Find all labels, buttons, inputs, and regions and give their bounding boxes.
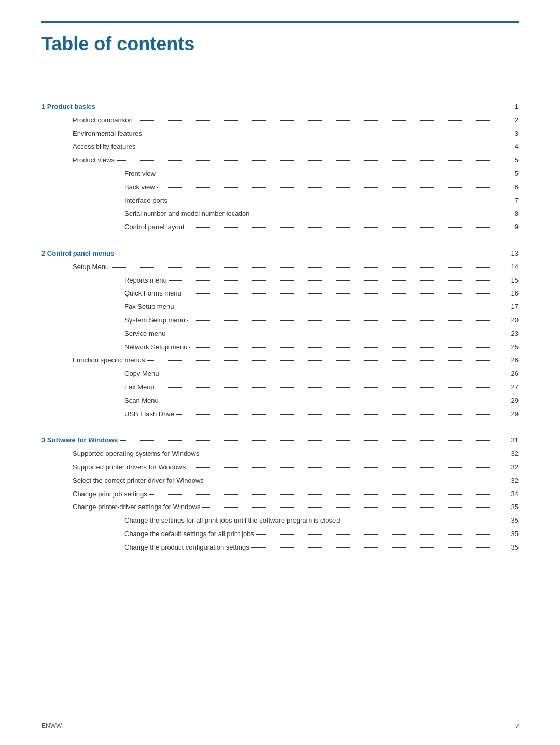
toc-label-entry-3-5-3: Change the product configuration setting… [124, 542, 249, 553]
toc-label-entry-2-1-6: Network Setup menu [124, 342, 187, 353]
toc-page-entry-1-3: 4 [506, 142, 519, 152]
toc-label-entry-1-4-5: Control panel layout [124, 222, 185, 233]
toc-page-entry-2-1-5: 23 [506, 329, 519, 340]
toc-entry-entry-2-1[interactable]: Setup Menu14 [41, 262, 519, 273]
toc-entry-entry-3-4[interactable]: Change print job settings34 [41, 489, 519, 500]
toc-entry-entry-1-4-4[interactable]: Serial number and model number location8 [41, 208, 519, 219]
toc-entry-section-2[interactable]: 2 Control panel menus13 [41, 248, 519, 259]
toc-label-entry-1-4-2: Back view [124, 182, 155, 193]
toc-section-1: 1 Product basics1Product comparison2Envi… [41, 102, 519, 233]
toc-entry-entry-3-3[interactable]: Select the correct printer driver for Wi… [41, 475, 519, 486]
toc-label-entry-3-5-1: Change the settings for all print jobs u… [124, 515, 340, 526]
toc-section-3: 3 Software for Windows31Supported operat… [41, 435, 519, 553]
toc-dots-section-1 [97, 107, 503, 107]
toc-label-entry-2-1-4: System Setup menu [124, 315, 185, 326]
toc-entry-entry-2-2-1[interactable]: Copy Menu26 [41, 369, 519, 379]
toc-entry-entry-2-1-6[interactable]: Network Setup menu25 [41, 342, 519, 353]
toc-entry-entry-2-1-5[interactable]: Service menu23 [41, 329, 519, 340]
toc-page-entry-1-1: 2 [506, 115, 519, 126]
toc-entry-entry-1-4-3[interactable]: Interface ports7 [41, 195, 519, 206]
toc-label-entry-1-3: Accessibility features [73, 142, 135, 152]
toc-entry-entry-1-1[interactable]: Product comparison2 [41, 115, 519, 126]
toc-entry-entry-2-1-3[interactable]: Fax Setup menu17 [41, 302, 519, 313]
toc-dots-entry-3-5-3 [251, 547, 503, 548]
toc-label-entry-2-1-5: Service menu [124, 329, 165, 340]
toc-dots-entry-1-3 [137, 147, 503, 147]
toc-page-entry-3-5-1: 35 [506, 515, 519, 526]
toc-dots-entry-2-1-4 [187, 320, 503, 321]
toc-label-entry-3-3: Select the correct printer driver for Wi… [73, 475, 204, 486]
toc-page-entry-2-1-3: 17 [506, 302, 519, 313]
toc-label-entry-2-2-1: Copy Menu [124, 369, 159, 379]
toc-page-entry-3-4: 34 [506, 489, 519, 500]
toc-page-section-2: 13 [506, 248, 519, 259]
toc-label-entry-1-4-3: Interface ports [124, 195, 167, 206]
toc-page-entry-2-1-1: 15 [506, 275, 519, 286]
toc-label-entry-2-1: Setup Menu [73, 262, 109, 273]
toc-entry-entry-2-1-4[interactable]: System Setup menu20 [41, 315, 519, 326]
toc-entry-entry-2-2-4[interactable]: USB Flash Drive29 [41, 409, 519, 420]
toc-dots-entry-3-5-1 [342, 521, 504, 521]
toc-dots-entry-2-1-2 [184, 293, 503, 294]
toc-section-2: 2 Control panel menus13Setup Menu14Repor… [41, 248, 519, 419]
toc-label-entry-3-1: Supported operating systems for Windows [73, 448, 199, 459]
toc-dots-entry-3-5 [202, 507, 503, 508]
toc-label-section-3: 3 Software for Windows [41, 435, 118, 446]
toc-entry-section-3[interactable]: 3 Software for Windows31 [41, 435, 519, 446]
toc-entry-entry-1-4-2[interactable]: Back view6 [41, 182, 519, 193]
footer-right: v [515, 722, 519, 729]
toc-entry-entry-2-2[interactable]: Function specific menus26 [41, 355, 519, 366]
toc-entry-entry-1-4-1[interactable]: Front view5 [41, 168, 519, 179]
toc-entry-entry-1-2[interactable]: Environmental features3 [41, 129, 519, 139]
toc-page-entry-1-4: 5 [506, 155, 519, 166]
toc-label-entry-2-2-4: USB Flash Drive [124, 409, 174, 420]
toc-page-entry-2-2-3: 29 [506, 396, 519, 406]
toc-entry-entry-2-2-3[interactable]: Scan Menu29 [41, 396, 519, 406]
toc-entry-entry-2-2-2[interactable]: Fax Menu27 [41, 382, 519, 393]
toc-entry-section-1[interactable]: 1 Product basics1 [41, 102, 519, 113]
toc-label-entry-2-1-3: Fax Setup menu [124, 302, 174, 313]
toc-entry-entry-2-1-2[interactable]: Quick Forms menu16 [41, 288, 519, 299]
toc-entry-entry-1-4-5[interactable]: Control panel layout9 [41, 222, 519, 233]
toc-label-entry-1-2: Environmental features [73, 129, 142, 139]
toc-page-entry-3-3: 32 [506, 475, 519, 486]
toc-dots-entry-1-4-3 [170, 201, 503, 201]
toc-entry-entry-3-5[interactable]: Change printer-driver settings for Windo… [41, 502, 519, 513]
toc-label-entry-2-2: Function specific menus [73, 355, 145, 366]
toc-label-entry-2-2-2: Fax Menu [124, 382, 155, 393]
toc-page-entry-2-2-1: 26 [506, 369, 519, 379]
toc-page-section-3: 31 [506, 435, 519, 446]
toc-entry-entry-3-5-1[interactable]: Change the settings for all print jobs u… [41, 515, 519, 526]
toc-label-entry-2-1-2: Quick Forms menu [124, 288, 181, 299]
toc-page-entry-2-1-6: 25 [506, 342, 519, 353]
toc-entry-entry-3-5-2[interactable]: Change the default settings for all prin… [41, 529, 519, 540]
toc-entry-entry-3-2[interactable]: Supported printer drivers for Windows32 [41, 462, 519, 473]
toc-label-entry-1-1: Product comparison [73, 115, 133, 126]
toc-page-entry-2-1: 14 [506, 262, 519, 273]
toc-entry-entry-3-1[interactable]: Supported operating systems for Windows3… [41, 448, 519, 459]
toc-page-entry-3-2: 32 [506, 462, 519, 473]
toc-dots-entry-1-4-4 [251, 214, 503, 214]
toc-label-section-1: 1 Product basics [41, 102, 95, 113]
toc-label-entry-3-5: Change printer-driver settings for Windo… [73, 502, 200, 513]
toc-entry-entry-3-5-3[interactable]: Change the product configuration setting… [41, 542, 519, 553]
toc-dots-entry-3-2 [188, 467, 503, 468]
toc-dots-section-2 [116, 254, 503, 254]
toc-dots-entry-2-1-3 [176, 307, 503, 307]
toc-page-entry-2-2: 26 [506, 355, 519, 366]
toc-page-entry-2-1-4: 20 [506, 315, 519, 326]
toc-dots-entry-2-1 [111, 267, 503, 268]
toc-entry-entry-1-3[interactable]: Accessibility features4 [41, 142, 519, 152]
toc-entry-entry-1-4[interactable]: Product views5 [41, 155, 519, 166]
toc-label-section-2: 2 Control panel menus [41, 248, 114, 259]
toc-page-entry-1-4-1: 5 [506, 168, 519, 179]
top-border [41, 21, 519, 23]
toc-label-entry-1-4: Product views [73, 155, 115, 166]
toc-dots-entry-1-4-2 [157, 187, 503, 188]
toc-label-entry-3-2: Supported printer drivers for Windows [73, 462, 186, 473]
toc-entry-entry-2-1-1[interactable]: Reports menu15 [41, 275, 519, 286]
toc-dots-entry-1-4-5 [187, 227, 503, 228]
toc-label-entry-2-1-1: Reports menu [124, 275, 167, 286]
toc-page-entry-2-2-2: 27 [506, 382, 519, 393]
toc-page-entry-3-5: 35 [506, 502, 519, 513]
